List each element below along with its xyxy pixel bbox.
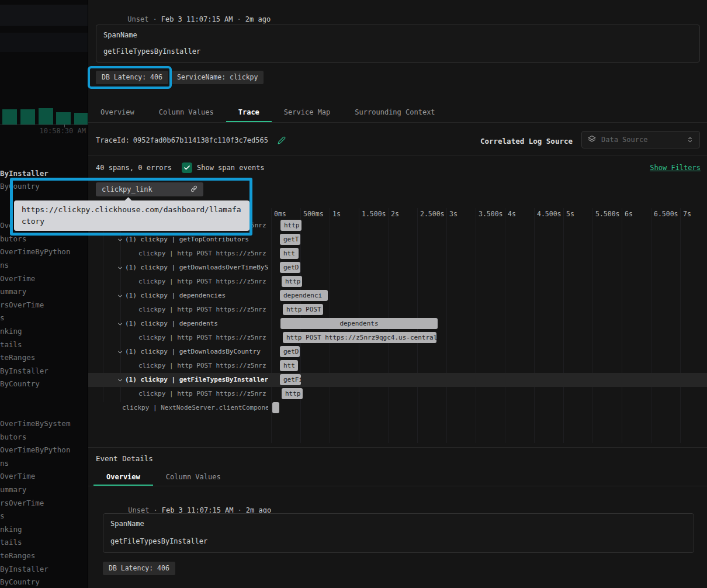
histogram-bar: [2, 109, 17, 124]
trace-span-name: (1) clickpy | getTopContributors: [88, 233, 268, 247]
trace-span-name: clickpy | http POST https://z5nrz: [88, 247, 268, 261]
trace-span-row[interactable]: (1) clickpy | dependenciesdependenci: [88, 289, 707, 303]
trace-span-bar[interactable]: getD: [280, 262, 300, 273]
sidebar-item[interactable]: rsOverTime: [0, 300, 44, 310]
sidebar-item[interactable]: butors: [0, 432, 26, 442]
event-tab-column-values[interactable]: Column Values: [153, 469, 234, 486]
chevron-down-icon[interactable]: [117, 293, 123, 299]
span-label: (1) clickpy | getFileTypesByInstaller: [125, 373, 268, 387]
trace-span-bar[interactable]: getFi: [280, 374, 301, 385]
event-tab-overview[interactable]: Overview: [93, 469, 153, 486]
clickpy-link-button[interactable]: clickpy_link: [96, 182, 203, 196]
trace-span-row[interactable]: (1) clickpy | getTopContributorsgetT: [88, 233, 707, 247]
trace-span-row[interactable]: (1) clickpy | getFileTypesByInstallerget…: [88, 373, 707, 387]
trace-span-row[interactable]: (1) clickpy | dependentsdependents: [88, 317, 707, 331]
chevron-down-icon[interactable]: [117, 321, 123, 327]
trace-span-bar[interactable]: getT: [280, 234, 300, 245]
sidebar-item[interactable]: ByInstaller: [0, 366, 48, 376]
sidebar-item[interactable]: ns: [0, 458, 9, 469]
sidebar-item[interactable]: OverTime: [0, 274, 35, 284]
trace-span-bar[interactable]: http: [282, 276, 302, 287]
chevron-down-icon[interactable]: [117, 349, 123, 355]
sidebar-item[interactable]: OverTimeBySystem: [0, 418, 70, 429]
data-source-select[interactable]: Data Source: [581, 131, 700, 148]
sidebar-item[interactable]: s: [0, 511, 5, 521]
event-details-tabs: OverviewColumn Values: [88, 469, 707, 486]
tab-service-map[interactable]: Service Map: [272, 103, 342, 122]
trace-span-row[interactable]: clickpy | http POST https://z5nrzhttp PO…: [88, 331, 707, 345]
trace-span-name: clickpy | NextNodeServer.clientCompone: [88, 401, 268, 415]
span-label: clickpy | http POST https://z5nrz: [138, 275, 266, 289]
tab-surrounding-context[interactable]: Surrounding Context: [342, 103, 447, 122]
trace-span-bar[interactable]: dependents: [280, 318, 438, 329]
correlated-log-source-label: Correlated Log Source: [480, 137, 573, 146]
sidebar-item[interactable]: s: [0, 313, 5, 323]
sidebar-item[interactable]: rsOverTime: [0, 498, 44, 509]
db-latency-badge[interactable]: DB Latency: 406: [103, 562, 175, 575]
sidebar-item[interactable]: ns: [0, 260, 9, 271]
sidebar-item[interactable]: Ove: [0, 220, 13, 231]
chevron-updown-icon: [687, 134, 694, 146]
edit-pencil-icon[interactable]: [278, 136, 286, 144]
show-span-events-checkbox[interactable]: [182, 162, 192, 173]
sidebar-item[interactable]: ByCountry: [0, 379, 40, 389]
trace-span-row[interactable]: clickpy | NextNodeServer.clientCompone: [88, 401, 707, 415]
service-name-badge[interactable]: ServiceName: clickpy: [171, 71, 264, 84]
trace-span-bar[interactable]: http: [282, 388, 303, 399]
sidebar-item[interactable]: OverTimeByPython: [0, 247, 70, 257]
trace-span-row[interactable]: clickpy | http POST https://z5nrzhtt: [88, 359, 707, 373]
sidebar-item[interactable]: teRanges: [0, 352, 35, 363]
sidebar-item[interactable]: ummary: [0, 286, 26, 297]
show-filters-link[interactable]: Show Filters: [650, 164, 701, 172]
trace-span-row[interactable]: clickpy | http POST https://z5nrzhttp: [88, 275, 707, 289]
external-link-icon: [157, 177, 197, 202]
event-details-title: Event Details: [96, 454, 153, 463]
sidebar-item[interactable]: teRanges: [0, 551, 35, 561]
trace-span-bar[interactable]: htt: [280, 360, 298, 371]
trace-span-row[interactable]: (1) clickpy | getDownloadsByCountrygetD: [88, 345, 707, 359]
clickpy-link-label: clickpy_link: [102, 185, 153, 193]
tab-column-values[interactable]: Column Values: [147, 103, 226, 122]
trace-span-bar[interactable]: getD: [280, 346, 300, 357]
sidebar-item[interactable]: OverTimeByPython: [0, 445, 70, 455]
sidebar-item[interactable]: OverTime: [0, 471, 35, 482]
tab-trace[interactable]: Trace: [226, 103, 272, 122]
sidebar-item[interactable]: ByCountry: [0, 577, 40, 587]
sidebar-item[interactable]: tails: [0, 537, 22, 548]
trace-span-bar[interactable]: [272, 402, 279, 413]
trace-span-row[interactable]: clickpy | http POST https://z5nrzhtt: [88, 247, 707, 261]
span-label: clickpy | http POST https://z5nrz: [138, 247, 266, 261]
trace-span-bar[interactable]: http POST https://z5nrz9qgc4.us-central: [283, 332, 436, 343]
trace-toolbar: TraceId:0952fad0b67b114138fc110f3c7ed565…: [88, 123, 707, 156]
tab-overview[interactable]: Overview: [88, 103, 147, 122]
sidebar-item[interactable]: ummary: [0, 485, 26, 495]
show-span-events-label[interactable]: Show span events: [197, 164, 265, 172]
sidebar-item[interactable]: nking: [0, 524, 22, 535]
trace-waterfall: 0ms500ms1s1.500s2s2.500s3s3.500s4s4.500s…: [88, 208, 707, 443]
sidebar-item[interactable]: ByInstaller: [0, 564, 48, 575]
timeline-tick-label: 4.500s: [537, 210, 562, 218]
chevron-down-icon[interactable]: [117, 377, 123, 383]
db-latency-badge[interactable]: DB Latency: 406: [96, 71, 168, 84]
trace-span-bar[interactable]: http POST: [283, 304, 323, 315]
trace-span-row[interactable]: clickpy | http POST https://z5nrzhttp: [88, 387, 707, 401]
sidebar-item[interactable]: ByInstaller: [0, 168, 48, 179]
chevron-down-icon[interactable]: [117, 237, 123, 243]
trace-span-name: clickpy | http POST https://z5nrz: [88, 275, 268, 289]
sidebar-item[interactable]: butors: [0, 234, 26, 244]
span-name-label: SpanName: [110, 520, 144, 528]
sidebar-item[interactable]: ByCountry: [0, 181, 40, 192]
timeline-tick-label: 0ms: [274, 210, 286, 218]
trace-span-name: (1) clickpy | getFileTypesByInstaller: [88, 373, 268, 387]
chevron-down-icon[interactable]: [117, 265, 123, 271]
trace-span-bar[interactable]: htt: [280, 248, 299, 259]
trace-span-row[interactable]: (1) clickpy | getDownloadsOverTimeBySget…: [88, 261, 707, 275]
timeline-tick-label: 2s: [391, 210, 399, 218]
sidebar-item[interactable]: tails: [0, 340, 22, 350]
trace-span-bar[interactable]: http: [280, 220, 301, 231]
span-name-panel: SpanName getFileTypesByInstaller: [96, 25, 700, 63]
sidebar-item[interactable]: nking: [0, 326, 22, 337]
trace-span-row[interactable]: clickpy | http POST https://z5nrzhttp PO…: [88, 303, 707, 317]
trace-span-bar[interactable]: dependenci: [280, 290, 328, 301]
span-label: (1) clickpy | dependents: [125, 317, 218, 331]
